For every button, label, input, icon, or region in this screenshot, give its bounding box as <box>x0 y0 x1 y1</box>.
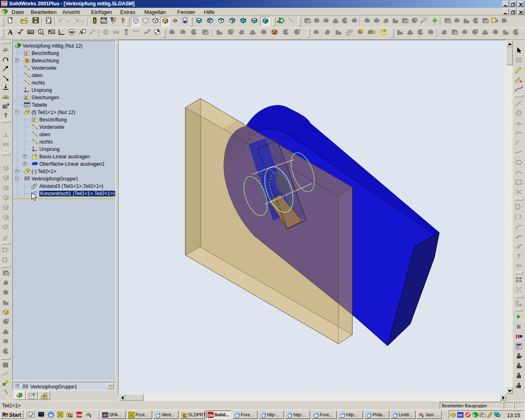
svg-text:BD: BD <box>28 30 33 34</box>
svg-text:T: T <box>517 253 520 259</box>
svg-text:A: A <box>7 28 13 36</box>
svg-text:AI: AI <box>71 31 73 33</box>
svg-text:DE: DE <box>458 413 463 417</box>
svg-text:SW: SW <box>208 413 213 418</box>
svg-text:A: A <box>79 30 82 35</box>
svg-text:T: T <box>33 118 35 122</box>
svg-text:1: 1 <box>39 30 41 34</box>
svg-text:?: ? <box>4 112 7 119</box>
svg-text:SW: SW <box>76 413 82 417</box>
svg-text:SW: SW <box>2 1 7 4</box>
svg-text:T: T <box>25 51 27 55</box>
svg-text:?: ? <box>121 17 125 24</box>
svg-text:Σ: Σ <box>25 96 27 100</box>
svg-text:A: A <box>51 30 54 34</box>
